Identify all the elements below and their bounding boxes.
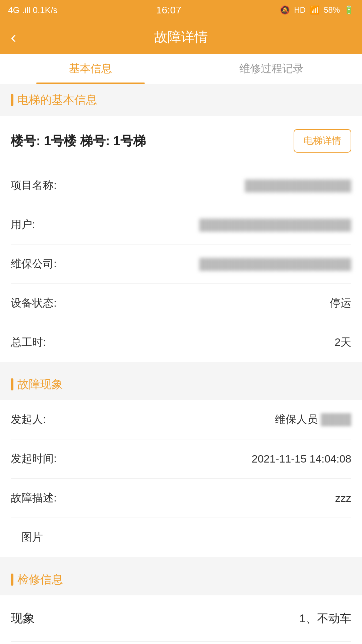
basic-info-block: 项目名称: ██████████████ 用户: ███████████████… bbox=[0, 166, 362, 362]
fault-section-header: 故障现象 bbox=[0, 369, 362, 400]
section-bar-icon bbox=[11, 94, 13, 106]
maintenance-section-header: 检修信息 bbox=[0, 564, 362, 595]
user-value: ████████████████████ bbox=[71, 219, 351, 231]
wifi-icon: 📶 bbox=[310, 5, 320, 15]
maintenance-section-title: 检修信息 bbox=[17, 572, 63, 587]
fault-section-title: 故障现象 bbox=[17, 377, 63, 392]
spacer-2 bbox=[0, 557, 362, 564]
start-time-label: 发起时间: bbox=[11, 451, 71, 466]
spacer-1 bbox=[0, 362, 362, 369]
fault-info-block: 发起人: 维保人员 ████ 发起时间: 2021-11-15 14:04:08… bbox=[0, 400, 362, 557]
phenomenon-label: 现象 bbox=[11, 610, 35, 627]
device-status-value: 停运 bbox=[71, 296, 351, 311]
fault-image-row: 图片 bbox=[11, 518, 351, 557]
user-row: 用户: ████████████████████ bbox=[11, 205, 351, 245]
device-status-label: 设备状态: bbox=[11, 296, 71, 311]
maintenance-company-label: 维保公司: bbox=[11, 257, 71, 271]
battery-icon: 🔋 bbox=[344, 5, 354, 15]
fault-desc-label: 故障描述: bbox=[11, 491, 71, 505]
initiator-value: 维保人员 ████ bbox=[71, 412, 351, 427]
back-button[interactable]: ‹ bbox=[11, 28, 16, 46]
elevator-id-row: 楼号: 1号楼 梯号: 1号梯 电梯详情 bbox=[0, 116, 362, 166]
image-label: 图片 bbox=[21, 531, 43, 543]
signal-text: 4G .ill 0.1K/s bbox=[8, 5, 57, 15]
status-right: 🔕 HD 📶 58% 🔋 bbox=[280, 5, 354, 15]
inspection-row: 检修 1、轿内显示 bbox=[11, 642, 351, 644]
total-hours-value: 2天 bbox=[71, 335, 351, 350]
maintenance-company-value: ████████████████████ bbox=[71, 258, 351, 270]
start-time-row: 发起时间: 2021-11-15 14:04:08 bbox=[11, 439, 351, 479]
tab-basic-info[interactable]: 基本信息 bbox=[0, 54, 181, 84]
nav-bar: ‹ 故障详情 bbox=[0, 20, 362, 54]
bell-icon: 🔕 bbox=[280, 5, 290, 15]
basic-info-section-header: 电梯的基本信息 bbox=[0, 84, 362, 116]
fault-desc-row: 故障描述: zzz bbox=[11, 479, 351, 518]
status-time: 16:07 bbox=[156, 4, 181, 16]
total-hours-row: 总工时: 2天 bbox=[11, 323, 351, 362]
device-status-row: 设备状态: 停运 bbox=[11, 284, 351, 323]
maintenance-section-bar-icon bbox=[11, 574, 13, 586]
tab-bar: 基本信息 维修过程记录 bbox=[0, 54, 362, 84]
hd-text: HD bbox=[294, 5, 306, 15]
phenomenon-value: 1、不动车 bbox=[299, 611, 351, 626]
phenomenon-row: 现象 1、不动车 bbox=[11, 595, 351, 642]
user-label: 用户: bbox=[11, 217, 71, 232]
status-bar: 4G .ill 0.1K/s 16:07 🔕 HD 📶 58% 🔋 bbox=[0, 0, 362, 20]
elevator-id-text: 楼号: 1号楼 梯号: 1号梯 bbox=[11, 132, 146, 150]
start-time-value: 2021-11-15 14:04:08 bbox=[71, 453, 351, 465]
maintenance-company-row: 维保公司: ████████████████████ bbox=[11, 245, 351, 284]
tab-repair-record[interactable]: 维修过程记录 bbox=[181, 54, 362, 84]
status-left: 4G .ill 0.1K/s bbox=[8, 5, 57, 15]
page-title: 故障详情 bbox=[154, 28, 208, 46]
initiator-label: 发起人: bbox=[11, 412, 71, 427]
project-name-label: 项目名称: bbox=[11, 178, 71, 193]
elevator-detail-button[interactable]: 电梯详情 bbox=[294, 129, 351, 153]
fault-section-bar-icon bbox=[11, 378, 13, 390]
maintenance-info-block: 现象 1、不动车 检修 1、轿内显示 原因 1、老化 故障责任 1、不可抗力 bbox=[0, 595, 362, 644]
battery-text: 58% bbox=[324, 5, 340, 15]
basic-info-section-title: 电梯的基本信息 bbox=[17, 92, 97, 108]
initiator-row: 发起人: 维保人员 ████ bbox=[11, 400, 351, 439]
fault-desc-value: zzz bbox=[71, 492, 351, 504]
project-name-row: 项目名称: ██████████████ bbox=[11, 166, 351, 205]
project-name-value: ██████████████ bbox=[71, 179, 351, 192]
total-hours-label: 总工时: bbox=[11, 335, 71, 350]
